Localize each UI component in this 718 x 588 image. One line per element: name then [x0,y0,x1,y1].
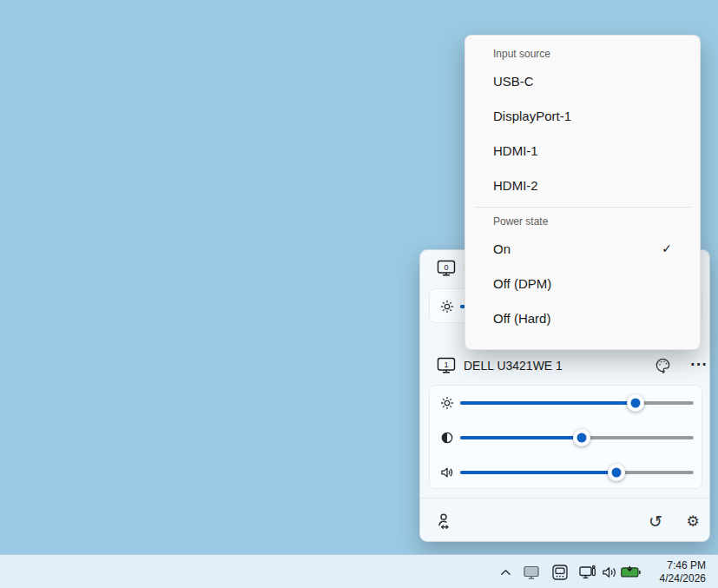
slider-thumb[interactable] [573,429,590,446]
context-menu: Input source USB-C DisplayPort-1 HDMI-1 … [464,35,701,350]
check-icon: ✓ [662,241,672,255]
taskbar-clock[interactable]: 7:46 PM 4/24/2026 [660,559,706,585]
contrast-slider-row [430,420,702,455]
volume-icon [439,465,455,480]
monitor-number-icon: 0 [437,260,456,277]
menu-divider [474,207,691,208]
monitor-row-1: 1 DELL U3421WE 1 ··· [437,356,697,375]
brightness-slider-row [430,386,702,420]
slider-fill [460,436,582,439]
battery-charging-tray-icon[interactable] [620,555,641,588]
menu-item-displayport-1[interactable]: DisplayPort-1 [465,98,700,133]
app-terminal-tray-icon[interactable] [550,555,570,588]
color-palette-button[interactable] [654,356,671,373]
menu-section-label-power-state: Power state [465,212,700,231]
panel-footer: ↺ ⚙ [420,498,709,542]
brightness-icon [439,299,455,314]
menu-section-label-input-source: Input source [465,44,700,63]
refresh-icon[interactable]: ↺ [646,512,665,531]
svg-text:0: 0 [444,263,448,272]
volume-tray-icon[interactable] [599,555,620,588]
clock-time: 7:46 PM [660,559,706,572]
brightness-icon [439,395,455,411]
display-tray-icon[interactable] [521,555,542,588]
slider-thumb[interactable] [627,394,644,412]
contrast-slider[interactable] [460,436,694,439]
monitor-name: DELL U3421WE 1 [464,359,563,373]
menu-item-off-dpm[interactable]: Off (DPM) [465,266,700,301]
clock-date: 4/24/2026 [660,572,706,585]
show-hidden-icons-chevron[interactable] [495,555,516,588]
volume-slider-row [430,455,702,490]
slider-card-monitor-1 [429,385,702,489]
menu-item-hdmi-1[interactable]: HDMI-1 [465,133,700,168]
brightness-slider[interactable] [460,401,694,405]
slider-fill [460,401,636,405]
more-options-button[interactable]: ··· [690,356,708,373]
menu-item-usb-c[interactable]: USB-C [465,63,700,98]
settings-gear-icon[interactable]: ⚙ [683,512,702,531]
monitor-number-icon: 1 [437,357,456,374]
menu-item-on[interactable]: On ✓ [465,231,700,266]
menu-item-off-hard[interactable]: Off (Hard) [465,301,700,335]
profile-switch-icon[interactable] [435,512,454,531]
slider-fill [460,471,616,474]
menu-item-hdmi-2[interactable]: HDMI-2 [465,168,700,202]
taskbar: 7:46 PM 4/24/2026 [0,554,718,588]
slider-thumb[interactable] [608,464,625,481]
contrast-icon [439,430,455,446]
svg-text:1: 1 [444,360,448,369]
volume-slider[interactable] [460,471,694,474]
display-device-tray-icon[interactable] [577,555,598,588]
